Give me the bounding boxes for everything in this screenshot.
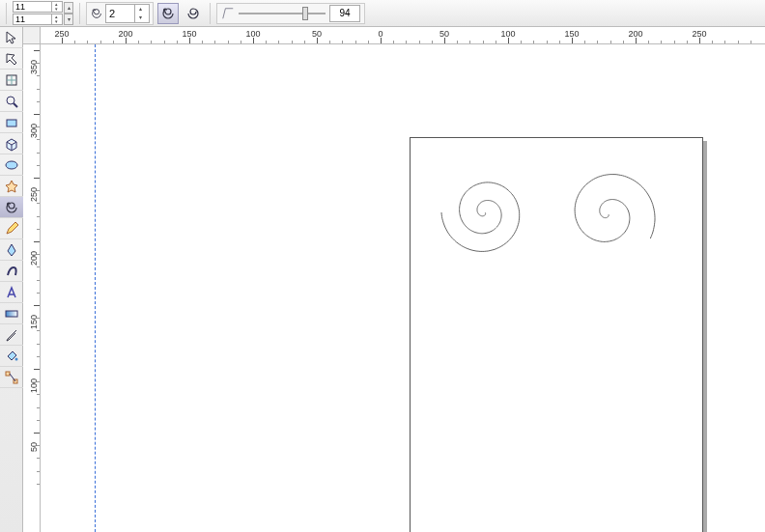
tool-gradient[interactable] [0, 303, 23, 324]
tool-ellipse[interactable] [0, 154, 23, 176]
toolbox [0, 27, 23, 532]
toolbar-divider [79, 3, 80, 24]
spinner-b[interactable]: 11 ▴▾ [13, 14, 63, 25]
turns-input[interactable]: 2 ▴▾ [105, 4, 150, 23]
tool-text[interactable] [0, 282, 23, 303]
spiral-drawing [41, 44, 765, 532]
tool-tweak[interactable] [0, 70, 23, 91]
spiral-path[interactable] [441, 182, 520, 252]
tool-selector[interactable] [0, 27, 23, 48]
turns-group: 2 ▴▾ [86, 2, 154, 25]
tool-bucket[interactable] [0, 346, 23, 367]
canvas[interactable] [41, 44, 765, 532]
tool-star[interactable] [0, 176, 23, 197]
spinner-pair: 11 ▴▾ 11 ▴▾ [13, 1, 63, 25]
divergence-slider[interactable] [239, 7, 326, 20]
spiral-out-button[interactable] [183, 3, 204, 24]
ruler-corner[interactable] [23, 27, 41, 44]
ruler-vertical[interactable]: 35030025020015010050 [23, 44, 41, 532]
svg-rect-2 [7, 120, 16, 126]
svg-point-5 [15, 357, 18, 360]
slider-track [239, 13, 326, 14]
tool-pen[interactable] [0, 239, 23, 261]
spiral-path[interactable] [575, 175, 655, 242]
top-toolbar: 11 ▴▾ 11 ▴▾ ▴▾ 2 ▴▾ 94 [0, 0, 765, 27]
svg-point-1 [7, 97, 14, 104]
spiral-turns-icon [90, 7, 103, 20]
tool-rectangle[interactable] [0, 112, 23, 133]
svg-rect-6 [6, 372, 10, 376]
spiral-in-button[interactable] [157, 3, 179, 24]
toolbar-divider [210, 3, 211, 24]
tool-node[interactable] [0, 48, 23, 70]
spinner-a-buttons[interactable]: ▴▾ [51, 2, 61, 12]
divergence-value[interactable]: 94 [329, 5, 360, 22]
spinner-b-value: 11 [15, 14, 25, 24]
slider-thumb[interactable] [302, 7, 308, 20]
toolbar-divider [6, 3, 7, 24]
turns-value: 2 [109, 8, 115, 19]
tool-spiral[interactable] [0, 197, 23, 218]
divergence-icon [221, 7, 235, 20]
spinner-a[interactable]: 11 ▴▾ [13, 1, 63, 13]
tool-calligraphy[interactable] [0, 261, 23, 282]
extra-spin[interactable]: ▴▾ [64, 2, 73, 25]
turns-buttons[interactable]: ▴▾ [134, 5, 146, 22]
spinner-b-buttons[interactable]: ▴▾ [51, 14, 61, 24]
tool-3dbox[interactable] [0, 133, 23, 154]
svg-rect-4 [6, 311, 17, 317]
tool-pencil[interactable] [0, 218, 23, 239]
tool-connector[interactable] [0, 367, 23, 388]
divergence-group: 94 [216, 3, 365, 24]
svg-point-3 [6, 161, 17, 169]
ruler-horizontal[interactable]: 25020015010050050100150200250 [23, 27, 765, 44]
tool-dropper[interactable] [0, 324, 23, 346]
spinner-a-value: 11 [15, 2, 25, 12]
tool-zoom[interactable] [0, 91, 23, 112]
